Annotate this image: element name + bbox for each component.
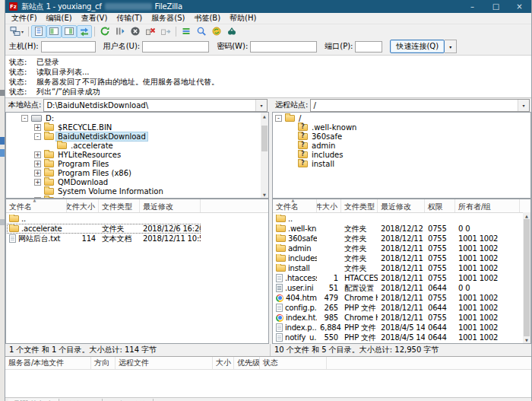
column-header-type[interactable]: 文件类型 [99, 199, 140, 212]
log-line: 状态:列出“/”的目录成功 [5, 87, 531, 97]
file-row[interactable]: notify_u...550PHP 文件2018/4/5 14:...06441… [273, 333, 523, 342]
expand-icon[interactable]: + [34, 124, 41, 131]
chevron-down-icon[interactable]: ▾ [518, 100, 529, 111]
tree-item[interactable]: -D: [6, 113, 268, 123]
quickconnect-button[interactable]: 快速连接(Q) [390, 40, 445, 53]
expand-icon[interactable]: + [34, 151, 41, 158]
file-row[interactable]: .htaccess1HTACCES...2018/12/11 1...07551… [273, 273, 523, 283]
expand-icon[interactable]: + [34, 170, 41, 177]
queue-column-header-status[interactable]: 状态 [260, 357, 327, 369]
minimize-button[interactable]: – [461, 0, 484, 13]
file-row[interactable]: index.ht...985Chrome H...2018/12/11 1...… [273, 313, 523, 323]
site-manager-icon[interactable]: ▾ [8, 25, 26, 38]
file-row[interactable]: .accelerate文件夹2018/12/6 16:26... [6, 224, 268, 234]
tree-item[interactable]: .accelerate [6, 141, 268, 150]
column-header-modified[interactable]: 最近修改 [378, 199, 425, 212]
column-header-type[interactable]: 文件类型 [341, 199, 378, 212]
file-row[interactable]: 网站后台.txt114文本文档2018/12/11 10:5... [6, 234, 268, 243]
menu-item-server[interactable]: 服务器(S) [147, 13, 189, 24]
tree-item[interactable]: +Program Files [6, 159, 268, 168]
tree-item[interactable]: +Program Files (x86) [6, 168, 268, 177]
file-row[interactable]: 775PHP 文件2018/4/5 14...06441001 1002 [273, 342, 523, 343]
collapse-icon[interactable]: - [34, 133, 41, 140]
menu-item-transfer[interactable]: 传输(T) [112, 13, 147, 24]
maximize-button[interactable]: □ [484, 0, 508, 13]
menu-item-help[interactable]: 帮助(H) [225, 13, 261, 24]
cancel-icon[interactable] [128, 25, 143, 38]
menu-item-edit[interactable]: 编辑(E) [42, 13, 77, 24]
menu-item-bookmarks[interactable]: 书签(B) [189, 13, 225, 24]
file-row[interactable]: .user.ini51配置设置2018/12/11 1...06440 0 [273, 283, 523, 293]
column-header-size[interactable]: 文件大小 [67, 199, 99, 212]
scroll-up-icon[interactable]: ▲ [523, 212, 530, 219]
chevron-down-icon[interactable]: ▾ [21, 29, 24, 34]
queue-column-header-priority[interactable]: 优先级 [234, 357, 260, 369]
file-row[interactable]: includes文件夹2018/12/11 1...07551001 1002 [273, 253, 523, 263]
username-input[interactable] [142, 41, 209, 53]
remote-list-scrollbar[interactable]: ▲ ▼ [523, 212, 530, 343]
file-row[interactable]: .. [6, 214, 268, 224]
column-header-filename[interactable]: 文件名▲ [6, 199, 67, 212]
column-header-filename[interactable]: 文件名▲ [273, 199, 317, 212]
tree-item[interactable]: -BaiduNetdiskDownload [6, 132, 268, 141]
port-input[interactable] [355, 41, 382, 53]
toggle-local-tree-icon[interactable] [46, 25, 62, 38]
toggle-transfer-queue-icon[interactable] [77, 25, 92, 38]
file-row[interactable]: 360safe文件夹2018/12/11 1...07551001 1002 [273, 234, 523, 243]
host-input[interactable] [41, 41, 96, 53]
collapse-icon[interactable]: - [21, 115, 28, 122]
file-row[interactable]: admin文件夹2018/12/11 1...07551001 1002 [273, 243, 523, 253]
menu-item-view[interactable]: 查看(V) [77, 13, 112, 24]
menu-item-file[interactable]: 文件(F) [7, 13, 42, 24]
tree-item[interactable]: +QMDownload [6, 177, 268, 186]
process-queue-icon[interactable] [112, 25, 128, 38]
expand-icon[interactable]: + [34, 179, 41, 186]
synchronized-browsing-icon[interactable] [209, 25, 224, 38]
queue-column-header-server-local-file[interactable]: 服务器/本地文件 [5, 357, 91, 369]
queue-column-header-remote-file[interactable]: 远程文件 [116, 357, 213, 369]
queue-column-header-direction[interactable]: 方向 [91, 357, 116, 369]
tree-item[interactable]: +$RECYCLE.BIN [6, 123, 268, 132]
chevron-down-icon[interactable]: ▾ [255, 100, 267, 111]
collapse-icon[interactable]: - [275, 115, 282, 122]
local-tree-scrollbar[interactable]: ▲ ▼ [261, 113, 268, 198]
file-row[interactable]: .. [273, 214, 523, 224]
expand-icon[interactable]: + [34, 161, 41, 167]
tree-item[interactable]: admin [273, 141, 530, 150]
quickconnect-dropdown-button[interactable]: ▾ [445, 40, 457, 53]
find-files-icon[interactable] [224, 25, 239, 38]
file-row[interactable]: config.p...265PHP 文件2018/12/11 1...06441… [273, 303, 523, 313]
tree-item[interactable]: install [273, 159, 530, 168]
queue-column-header-size[interactable]: 大小 [213, 357, 234, 369]
remote-site-combo[interactable]: / ▾ [310, 99, 530, 112]
scroll-down-icon[interactable]: ▼ [261, 191, 268, 198]
tree-item[interactable]: System Volume Information [6, 186, 268, 196]
tree-item[interactable]: .well-known [273, 123, 530, 132]
password-input[interactable] [250, 41, 317, 53]
column-header-owner[interactable]: 所有者/组 [455, 199, 520, 212]
column-header-perms[interactable]: 权限 [425, 199, 455, 212]
tree-item[interactable]: 360safe [273, 132, 530, 141]
local-site-combo[interactable]: D:\BaiduNetdiskDownload\ ▾ [43, 99, 268, 112]
scrollbar-thumb[interactable] [261, 126, 268, 151]
column-header-size[interactable]: 文件大小 [317, 199, 341, 212]
scrollbar-thumb[interactable] [524, 219, 530, 336]
scroll-down-icon[interactable]: ▼ [523, 336, 530, 343]
scroll-up-icon[interactable]: ▲ [261, 113, 268, 119]
tree-item[interactable]: +HYLiteResources [6, 150, 268, 159]
column-header-modified[interactable]: 最近修改 [140, 199, 201, 212]
tree-item[interactable]: -/ [273, 113, 530, 123]
filter-icon[interactable] [179, 25, 194, 38]
tree-item[interactable]: includes [273, 150, 530, 159]
toggle-message-log-icon[interactable] [31, 25, 46, 38]
reconnect-icon[interactable] [158, 25, 173, 38]
file-row[interactable]: .well-kn...文件夹2018/12/12 1...07550 0 [273, 224, 523, 234]
compare-directories-icon[interactable] [194, 25, 209, 38]
refresh-icon[interactable] [97, 25, 112, 38]
close-button[interactable]: × [508, 0, 531, 13]
disconnect-icon[interactable] [143, 25, 158, 38]
file-row[interactable]: index.p...6,884PHP 文件2018/4/5 14:...0644… [273, 323, 523, 333]
toggle-remote-tree-icon[interactable] [62, 25, 77, 38]
file-row[interactable]: install文件夹2018/12/11 1...07551001 1002 [273, 263, 523, 273]
file-row[interactable]: 404.html479Chrome H...2018/12/11 1...075… [273, 293, 523, 303]
